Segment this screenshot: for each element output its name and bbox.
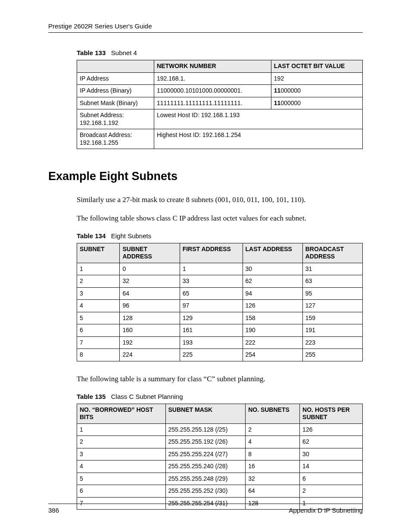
- table-cell: 255.255.255.252 (/30): [165, 485, 246, 498]
- table-134: SUBNET SUBNET ADDRESS FIRST ADDRESS LAST…: [77, 243, 363, 361]
- table-135-title: Class C Subnet Planning: [111, 393, 183, 400]
- table-cell: 33: [180, 275, 243, 288]
- table-cell: 8: [77, 349, 120, 361]
- table-cell: 192: [120, 336, 180, 349]
- table-cell: Lowest Host ID: 192.168.1.193: [154, 109, 363, 129]
- table-row: 8224225254255: [77, 349, 363, 361]
- table-cell: 97: [180, 300, 243, 312]
- table-row: IP Address 192.168.1. 192: [77, 72, 363, 85]
- bold-bits: 11: [274, 87, 281, 94]
- table-cell: 255: [302, 349, 362, 361]
- table-row: 2255.255.255.192 (/26)462: [77, 436, 363, 448]
- body-paragraph: Similarly use a 27-bit mask to create 8 …: [48, 195, 363, 205]
- table-cell: 95: [302, 287, 362, 300]
- table-133-title: Subnet 4: [111, 49, 137, 56]
- table-row: Broadcast Address:192.168.1.255 Highest …: [77, 129, 363, 149]
- table-cell: 190: [243, 324, 302, 337]
- table-row: 4255.255.255.240 (/28)1614: [77, 460, 363, 473]
- table-cell: 5: [77, 312, 120, 324]
- table-cell: 6: [300, 473, 363, 485]
- table-row: 1013031: [77, 263, 363, 275]
- table-cell: 2: [77, 275, 120, 288]
- table-header-cell: NO. HOSTS PER SUBNET: [300, 404, 363, 423]
- table-cell: 2: [300, 485, 363, 498]
- table-cell: 65: [180, 287, 243, 300]
- table-cell: 16: [246, 460, 300, 473]
- table-cell: 63: [302, 275, 362, 288]
- table-row: 6160161190191: [77, 324, 363, 337]
- table-cell: 255.255.255.240 (/28): [165, 460, 246, 473]
- table-cell: 62: [243, 275, 302, 288]
- table-row: 232336263: [77, 275, 363, 288]
- table-row: 1255.255.255.128 (/25)2126: [77, 423, 363, 436]
- table-header-cell: SUBNET MASK: [165, 404, 246, 423]
- table-cell: 222: [243, 336, 302, 349]
- table-135: NO. “BORROWED” HOST BITS SUBNET MASK NO.…: [77, 404, 363, 510]
- table-row: 7192193222223: [77, 336, 363, 349]
- label-line2: 192.168.1.255: [80, 139, 118, 146]
- table-cell: 0: [120, 263, 180, 275]
- table-cell: 11111111.11111111.11111111.: [154, 97, 271, 109]
- table-cell: IP Address (Binary): [77, 85, 154, 97]
- table-cell: 128: [120, 312, 180, 324]
- table-cell: 255.255.255.224 (/27): [165, 448, 246, 460]
- table-cell: 94: [243, 287, 302, 300]
- table-cell: 62: [300, 436, 363, 448]
- table-cell: 126: [243, 300, 302, 312]
- table-cell: 14: [300, 460, 363, 473]
- table-cell: 32: [246, 473, 300, 485]
- table-header-cell: NETWORK NUMBER: [154, 60, 271, 73]
- table-133-caption: Table 133 Subnet 4: [48, 49, 363, 56]
- table-cell: Subnet Mask (Binary): [77, 97, 154, 109]
- table-header-cell: NO. SUBNETS: [246, 404, 300, 423]
- table-cell: Subnet Address:192.168.1.192: [77, 109, 154, 129]
- table-cell: 64: [246, 485, 300, 498]
- table-cell: 4: [246, 436, 300, 448]
- table-row: 364659495: [77, 287, 363, 300]
- rest-bits: 000000: [280, 87, 301, 94]
- table-133: NETWORK NUMBER LAST OCTET BIT VALUE IP A…: [77, 60, 363, 149]
- table-cell: 64: [120, 287, 180, 300]
- page-number: 386: [48, 507, 59, 514]
- table-cell: 193: [180, 336, 243, 349]
- table-cell: 158: [243, 312, 302, 324]
- table-cell: IP Address: [77, 72, 154, 85]
- table-header-cell: NO. “BORROWED” HOST BITS: [77, 404, 166, 423]
- table-cell: 3: [77, 448, 166, 460]
- table-row: 5255.255.255.248 (/29)326: [77, 473, 363, 485]
- table-row: 5128129158159: [77, 312, 363, 324]
- table-cell: 11000000: [271, 97, 362, 109]
- table-row: NO. “BORROWED” HOST BITS SUBNET MASK NO.…: [77, 404, 363, 423]
- table-cell: 2: [77, 436, 166, 448]
- table-cell: 255.255.255.248 (/29): [165, 473, 246, 485]
- table-cell: 255.255.255.128 (/25): [165, 423, 246, 436]
- label-line2: 192.168.1.192: [80, 119, 118, 126]
- bold-bits: 11: [274, 100, 281, 106]
- table-cell: 6: [77, 485, 166, 498]
- footer-section-ref: Appendix D IP Subnetting: [289, 507, 363, 514]
- table-row: NETWORK NUMBER LAST OCTET BIT VALUE: [77, 60, 363, 73]
- body-paragraph: The following table is a summary for cla…: [48, 374, 363, 384]
- table-header-cell: LAST ADDRESS: [243, 243, 302, 263]
- table-header-cell: BROADCAST ADDRESS: [302, 243, 362, 263]
- table-cell: 129: [180, 312, 243, 324]
- table-row: Subnet Mask (Binary) 11111111.11111111.1…: [77, 97, 363, 109]
- table-cell: 31: [302, 263, 362, 275]
- table-header-cell: SUBNET: [77, 243, 120, 263]
- table-cell: 191: [302, 324, 362, 337]
- table-cell: 223: [302, 336, 362, 349]
- table-row: 6255.255.255.252 (/30)642: [77, 485, 363, 498]
- table-134-number: Table 134: [77, 232, 106, 240]
- table-135-number: Table 135: [77, 393, 106, 400]
- table-cell: 161: [180, 324, 243, 337]
- table-135-caption: Table 135 Class C Subnet Planning: [48, 393, 363, 400]
- table-cell: 254: [243, 349, 302, 361]
- table-cell: 7: [77, 336, 120, 349]
- table-row: 49697126127: [77, 300, 363, 312]
- table-header-cell: LAST OCTET BIT VALUE: [271, 60, 362, 73]
- table-cell: 30: [243, 263, 302, 275]
- label-line1: Subnet Address:: [80, 112, 124, 118]
- table-cell: 159: [302, 312, 362, 324]
- table-cell: 1: [77, 263, 120, 275]
- table-cell: 8: [246, 448, 300, 460]
